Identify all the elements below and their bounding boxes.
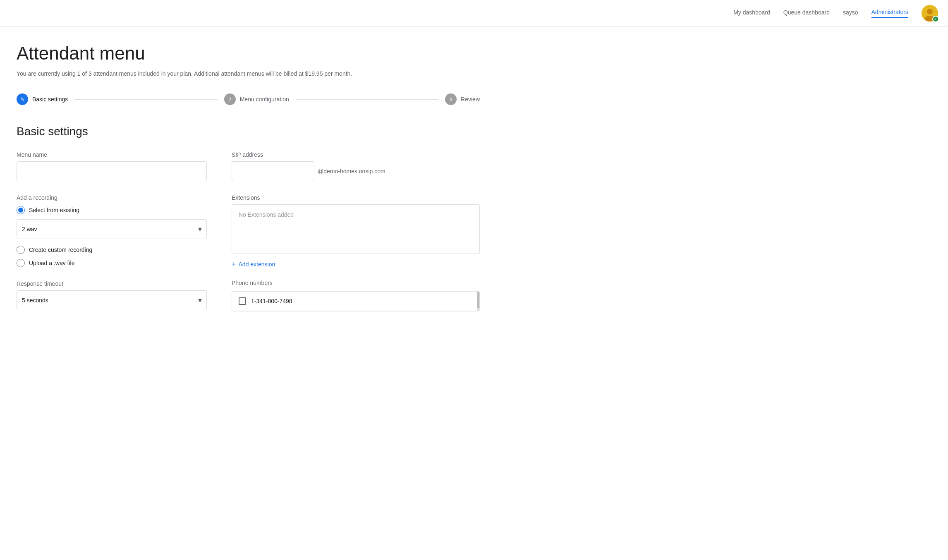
step-3: 3 Review bbox=[445, 93, 480, 105]
menu-name-label: Menu name bbox=[17, 151, 207, 158]
extensions-col: Extensions No Extensions added + Add ext… bbox=[232, 194, 480, 317]
timeout-select-wrapper: 5 seconds 10 seconds 15 seconds 20 secon… bbox=[17, 290, 207, 310]
sip-row: @demo-homes.onsip.com bbox=[232, 161, 480, 181]
step-1-circle: ✎ bbox=[17, 93, 28, 105]
radio-select-existing-input[interactable] bbox=[17, 206, 25, 214]
recording-title: Add a recording bbox=[17, 194, 207, 201]
extensions-empty-text: No Extensions added bbox=[239, 211, 294, 218]
step-3-circle: 3 bbox=[445, 93, 457, 105]
step-1-label: Basic settings bbox=[32, 96, 68, 103]
sip-address-label: SIP address bbox=[232, 151, 480, 158]
response-timeout-section: Response timeout 5 seconds 10 seconds 15… bbox=[17, 280, 207, 310]
radio-select-existing-label: Select from existing bbox=[29, 207, 79, 213]
radio-create-custom[interactable]: Create custom recording bbox=[17, 246, 207, 254]
form-row-1: Menu name SIP address @demo-homes.onsip.… bbox=[17, 151, 480, 181]
online-badge bbox=[932, 16, 939, 22]
nav-sayso[interactable]: sayso bbox=[843, 9, 858, 17]
response-timeout-label: Response timeout bbox=[17, 280, 207, 287]
step-divider-2 bbox=[296, 99, 438, 100]
phone-number: 1-341-800-7498 bbox=[251, 298, 292, 304]
radio-upload-wav[interactable]: Upload a .wav file bbox=[17, 259, 207, 267]
radio-select-existing[interactable]: Select from existing bbox=[17, 206, 207, 214]
phone-checkbox[interactable] bbox=[239, 297, 246, 305]
recording-file-select[interactable]: 2.wav 3.wav greeting.wav bbox=[17, 219, 207, 239]
stepper: ✎ Basic settings 2 Menu configuration 3 … bbox=[17, 93, 480, 105]
response-timeout-select[interactable]: 5 seconds 10 seconds 15 seconds 20 secon… bbox=[17, 290, 207, 310]
sip-domain: @demo-homes.onsip.com bbox=[318, 168, 385, 175]
scrollbar bbox=[477, 292, 479, 311]
nav-my-dashboard[interactable]: My dashboard bbox=[733, 9, 770, 17]
sip-address-col: SIP address @demo-homes.onsip.com bbox=[232, 151, 480, 181]
page-subtitle: You are currently using 1 of 3 attendant… bbox=[17, 70, 480, 77]
main-content: Attendant menu You are currently using 1… bbox=[0, 26, 496, 347]
radio-upload-wav-input[interactable] bbox=[17, 259, 25, 267]
page-title: Attendant menu bbox=[17, 43, 480, 64]
phone-list-item[interactable]: 1-341-800-7498 bbox=[232, 292, 479, 311]
phone-numbers-label: Phone numbers bbox=[232, 280, 480, 286]
form-row-2: Add a recording Select from existing 2.w… bbox=[17, 194, 480, 317]
svg-point-1 bbox=[927, 9, 933, 14]
add-extension-button[interactable]: + Add extension bbox=[232, 259, 275, 270]
user-avatar-container[interactable] bbox=[922, 5, 938, 22]
recording-col: Add a recording Select from existing 2.w… bbox=[17, 194, 207, 317]
step-divider-1 bbox=[74, 99, 217, 100]
plus-icon: + bbox=[232, 261, 236, 268]
step-2-circle: 2 bbox=[224, 93, 236, 105]
extensions-label: Extensions bbox=[232, 194, 480, 201]
step-2: 2 Menu configuration bbox=[224, 93, 289, 105]
recording-file-select-wrapper: 2.wav 3.wav greeting.wav ▾ bbox=[17, 219, 207, 239]
menu-name-col: Menu name bbox=[17, 151, 207, 181]
step-3-label: Review bbox=[461, 96, 480, 103]
radio-upload-wav-label: Upload a .wav file bbox=[29, 260, 75, 266]
step-2-label: Menu configuration bbox=[240, 96, 289, 103]
scrollbar-thumb bbox=[477, 292, 479, 308]
add-extension-label: Add extension bbox=[239, 261, 275, 268]
radio-create-custom-input[interactable] bbox=[17, 246, 25, 254]
sip-address-input[interactable] bbox=[232, 161, 314, 181]
menu-name-input[interactable] bbox=[17, 161, 207, 181]
phone-numbers-list: 1-341-800-7498 bbox=[232, 291, 480, 311]
step-1: ✎ Basic settings bbox=[17, 93, 68, 105]
radio-create-custom-label: Create custom recording bbox=[29, 246, 92, 253]
extensions-box: No Extensions added bbox=[232, 204, 480, 254]
top-navigation: My dashboard Queue dashboard sayso Admin… bbox=[0, 0, 948, 26]
section-title: Basic settings bbox=[17, 125, 480, 138]
nav-administrators[interactable]: Administrators bbox=[871, 9, 908, 18]
nav-queue-dashboard[interactable]: Queue dashboard bbox=[783, 9, 830, 17]
recording-section: Add a recording Select from existing 2.w… bbox=[17, 194, 207, 267]
